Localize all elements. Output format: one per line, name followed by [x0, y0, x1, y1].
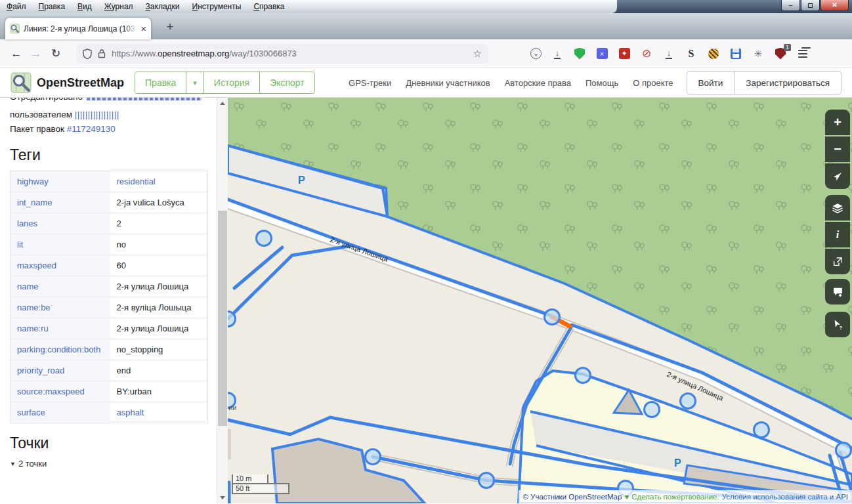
lock-icon[interactable] — [98, 49, 106, 58]
donate-link[interactable]: Сделать пожертвование. — [631, 493, 719, 501]
site-title[interactable]: OpenStreetMap — [37, 76, 124, 90]
tag-key-link: name:be — [17, 303, 51, 312]
scale-control: 10 m 50 ft — [232, 474, 289, 494]
header-links: GPS-треки Дневники участников Авторские … — [349, 78, 673, 88]
downloads-icon[interactable]: ↓ — [551, 47, 564, 60]
layers-button[interactable] — [825, 195, 850, 220]
sidebar-scrollbar[interactable] — [217, 98, 228, 503]
tag-key-link: name:ru — [17, 324, 49, 333]
reload-button[interactable]: ↻ — [46, 47, 66, 60]
tag-row: name:be2-я вуліца Лошыца — [11, 297, 208, 318]
tag-row: highwayresidential — [11, 171, 208, 192]
url-bar[interactable]: https://www.openstreetmap.org/way/103006… — [76, 44, 488, 64]
changeset-link[interactable]: #117249130 — [67, 124, 116, 134]
zoom-in-button[interactable]: + — [825, 110, 850, 135]
signup-button[interactable]: Зарегистрироваться — [734, 72, 841, 94]
query-features-icon: ? — [832, 319, 843, 330]
menu-file[interactable]: Файл — [7, 2, 26, 11]
restore-button[interactable] — [801, 0, 820, 11]
history-button[interactable]: История — [203, 72, 259, 93]
link-gps-traces[interactable]: GPS-треки — [349, 78, 391, 88]
tag-key-link: name — [17, 282, 39, 291]
forward-button[interactable]: → — [26, 47, 46, 60]
map-attribution: © Участники OpenStreetMap ♥ Сделать поже… — [519, 490, 852, 503]
zoom-out-button[interactable]: − — [825, 136, 850, 162]
link-help[interactable]: Помощь — [586, 78, 618, 88]
app-menu-icon[interactable] — [796, 47, 809, 60]
layers-icon — [832, 202, 843, 214]
tag-key-link: source:maxspeed — [17, 387, 85, 396]
auth-buttons: Войти Зарегистрироваться — [687, 71, 841, 94]
share-button[interactable] — [825, 249, 850, 274]
add-note-button[interactable] — [825, 279, 850, 304]
wand-extension-icon[interactable]: ✦ — [618, 47, 631, 60]
pocket-icon[interactable]: ⌄ — [530, 48, 542, 59]
back-button[interactable]: ← — [7, 47, 26, 60]
video-downloader-icon[interactable]: ↓ — [662, 47, 675, 60]
url-text[interactable]: https://www.openstreetmap.org/way/103006… — [112, 49, 297, 58]
link-user-diaries[interactable]: Дневники участников — [406, 78, 490, 88]
tag-key-link: int_name — [17, 198, 52, 207]
bookmark-star-icon[interactable]: ☆ — [473, 48, 482, 60]
login-button[interactable]: Войти — [687, 72, 735, 94]
menu-bookmarks[interactable]: Закладки — [146, 2, 180, 11]
tag-row: surfaceasphalt — [11, 402, 208, 423]
tag-row: source:maxspeedBY:urban — [11, 381, 208, 402]
minimize-button[interactable]: – — [781, 0, 800, 11]
scrollbar-thumb[interactable] — [218, 211, 227, 426]
tag-key-link: maxspeed — [17, 261, 56, 270]
redacted-user-link[interactable]: ||||||||||||||||| — [75, 110, 119, 119]
content-blocker-icon[interactable]: ⊘ — [640, 47, 653, 60]
tracking-shield-icon[interactable] — [83, 49, 92, 59]
blue-extension-icon[interactable]: × — [595, 47, 608, 60]
tab-bar: Линия: 2-я улица Лошица (103 × + — [0, 13, 852, 39]
menu-edit[interactable]: Правка — [39, 2, 66, 11]
tampermonkey-icon[interactable] — [707, 47, 720, 60]
nodes-disclosure[interactable]: ▼2 точки — [10, 459, 217, 469]
ublock-badge: 1 — [784, 44, 791, 51]
menu-help[interactable]: Справка — [253, 2, 284, 11]
edited-line: Отредактировано — [10, 98, 217, 106]
caret-down-icon: ▼ — [10, 461, 16, 467]
close-button[interactable]: ✕ — [820, 0, 849, 11]
adguard-icon[interactable] — [573, 47, 586, 60]
link-about[interactable]: О проекте — [633, 78, 673, 88]
contributors-link[interactable]: Участники OpenStreetMap — [530, 493, 622, 501]
save-page-icon[interactable] — [729, 47, 742, 60]
map-action-buttons: Правка ▾ История Экспорт — [135, 72, 315, 94]
svg-text:?: ? — [839, 326, 841, 330]
active-tab[interactable]: Линия: 2-я улица Лошица (103 × — [5, 18, 151, 39]
proxy-icon[interactable]: ✳ — [752, 47, 765, 60]
locate-button[interactable] — [825, 163, 850, 189]
tag-row: parking:condition:bothno_stopping — [11, 339, 208, 360]
heart-icon: ♥ — [624, 493, 629, 501]
tag-row: maxspeed60 — [11, 255, 208, 276]
edit-dropdown-caret[interactable]: ▾ — [186, 72, 203, 93]
tag-row: lanes2 — [11, 213, 208, 234]
redacted-edit-link[interactable] — [87, 98, 202, 100]
scroll-up-arrow[interactable] — [217, 98, 228, 108]
edit-button[interactable]: Правка — [135, 72, 186, 93]
tag-row: name2-я улица Лошица — [11, 276, 208, 297]
tag-row: int_name2-ja vulica Lošyca — [11, 192, 208, 213]
ublock-icon[interactable]: 1 — [774, 47, 787, 60]
tab-close-icon[interactable]: × — [140, 24, 146, 33]
parking-label: P — [674, 457, 681, 469]
scroll-down-arrow[interactable] — [217, 493, 228, 503]
menu-tools[interactable]: Инструменты — [192, 2, 242, 11]
way-details-sidebar: Отредактировано пользователем ||||||||||… — [0, 98, 217, 503]
map-canvas[interactable]: 2-я улица Лошица 2-я улица Лошица P P ии… — [228, 98, 852, 503]
locate-icon — [832, 171, 843, 182]
menu-view[interactable]: Вид — [77, 2, 92, 11]
restore-icon — [808, 3, 813, 8]
query-features-button[interactable]: ? — [825, 312, 850, 337]
link-copyright[interactable]: Авторские права — [505, 78, 571, 88]
new-tab-button[interactable]: + — [162, 20, 178, 34]
tag-row: name:ru2-я улица Лошица — [11, 318, 208, 339]
tag-value-link: residential — [117, 177, 156, 186]
terms-link[interactable]: Условия использования сайта и API — [722, 493, 848, 501]
menu-history[interactable]: Журнал — [104, 2, 133, 11]
export-button[interactable]: Экспорт — [259, 72, 314, 93]
stylus-icon[interactable]: S — [685, 47, 698, 60]
map-info-button[interactable]: i — [825, 222, 850, 247]
